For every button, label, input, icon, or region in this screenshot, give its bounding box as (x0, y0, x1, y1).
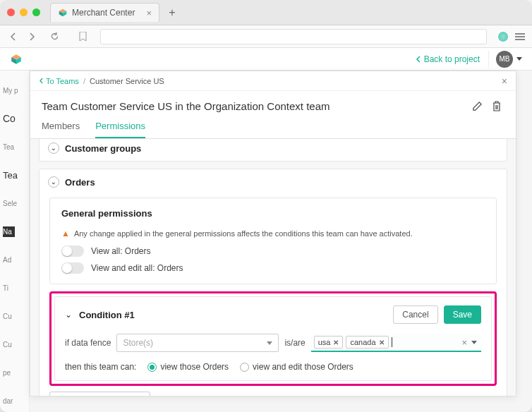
address-bar[interactable] (100, 29, 487, 44)
close-window[interactable] (7, 8, 15, 16)
hint-bulb-icon[interactable] (498, 32, 508, 42)
back-button[interactable] (7, 30, 20, 43)
condition-title: Condition #1 (79, 310, 135, 320)
tab-members[interactable]: Members (42, 121, 80, 138)
text-cursor (392, 337, 392, 347)
breadcrumb-separator: / (83, 77, 85, 85)
warning-icon: ▲ (61, 229, 70, 238)
remove-tag-icon[interactable]: ✕ (333, 339, 339, 346)
section-title: Customer groups (65, 143, 141, 154)
radio-edit[interactable]: view and edit those Orders (240, 362, 353, 372)
if-label: if data fence (65, 338, 111, 348)
page-title: Team Customer Service US in the Organiza… (42, 100, 465, 112)
team-panel: To Teams / Customer Service US × Team Cu… (30, 71, 516, 396)
delete-button[interactable] (489, 98, 504, 114)
tab-title: Merchant Center (72, 8, 135, 18)
panel-tabs: Members Permissions (30, 114, 516, 139)
tag-usa: usa✕ (314, 336, 344, 349)
data-fence-select[interactable]: Store(s) (116, 334, 279, 352)
app-logo-icon (10, 53, 23, 66)
close-tab-icon[interactable]: × (146, 8, 152, 18)
forward-button[interactable] (25, 30, 38, 43)
radio-icon (240, 363, 249, 372)
breadcrumb-back-link[interactable]: To Teams (39, 77, 79, 85)
toggle-edit-all[interactable] (61, 262, 84, 274)
breadcrumb: To Teams / Customer Service US × (30, 71, 516, 91)
traffic-lights (7, 8, 40, 16)
section-customer-groups[interactable]: ⌄ Customer groups (40, 139, 507, 161)
condition-card: ⌄ Condition #1 Cancel Save if data fence (54, 296, 492, 381)
app-favicon (58, 8, 68, 18)
tab-permissions[interactable]: Permissions (95, 121, 145, 138)
section-title: Orders (65, 177, 95, 188)
caret-down-icon (516, 57, 522, 61)
browser-toolbar (0, 25, 532, 48)
toggle-view-all[interactable] (61, 246, 84, 257)
back-to-project-link[interactable]: Back to project (416, 54, 480, 64)
cancel-button[interactable]: Cancel (393, 305, 437, 324)
remove-tag-icon[interactable]: ✕ (379, 339, 385, 346)
isare-label: is/are (284, 338, 305, 348)
general-permissions-card: General permissions ▲ Any change applied… (49, 198, 497, 284)
warning-message: ▲ Any change applied in the general perm… (61, 229, 485, 238)
new-tab-button[interactable]: + (164, 4, 181, 21)
breadcrumb-current: Customer Service US (90, 77, 164, 85)
chevron-down-icon: ⌄ (48, 176, 59, 188)
bookmark-icon[interactable] (76, 30, 89, 43)
dropdown-icon[interactable] (471, 341, 477, 344)
chevron-left-icon (416, 56, 421, 63)
edit-button[interactable] (469, 98, 485, 114)
toggle-label: View all: Orders (91, 246, 150, 256)
avatar: MB (496, 51, 513, 68)
section-orders[interactable]: ⌄ Orders (40, 169, 507, 195)
then-label: then this team can: (65, 362, 136, 372)
app-topbar: Back to project MB (0, 48, 532, 71)
add-condition-button[interactable]: Add another condition (49, 392, 150, 396)
chevron-left-icon (39, 78, 44, 84)
save-button[interactable]: Save (444, 305, 481, 324)
store-tag-input[interactable]: usa✕ canada✕ × (311, 334, 481, 352)
browser-tab[interactable]: Merchant Center × (50, 3, 159, 22)
chevron-down-icon[interactable]: ⌄ (65, 310, 72, 320)
tag-canada: canada✕ (346, 336, 388, 349)
close-panel-icon[interactable]: × (502, 75, 507, 87)
background-sidebar: My p Co Tea Tea Sele Na Ad Ti Cu Cu pe d… (0, 71, 30, 412)
browser-menu-icon[interactable] (515, 33, 525, 40)
chevron-down-icon: ⌄ (48, 143, 59, 154)
minimize-window[interactable] (20, 8, 28, 16)
radio-icon (147, 363, 157, 372)
reload-button[interactable] (48, 30, 61, 43)
toggle-label: View and edit all: Orders (91, 263, 183, 273)
general-permissions-heading: General permissions (61, 208, 485, 219)
highlighted-condition-area: ⌄ Condition #1 Cancel Save if data fence (49, 291, 497, 386)
clear-all-icon[interactable]: × (461, 337, 467, 348)
browser-titlebar: Merchant Center × + (0, 0, 532, 25)
maximize-window[interactable] (32, 8, 40, 16)
user-menu[interactable]: MB (488, 51, 522, 68)
radio-view[interactable]: view those Orders (147, 362, 229, 372)
